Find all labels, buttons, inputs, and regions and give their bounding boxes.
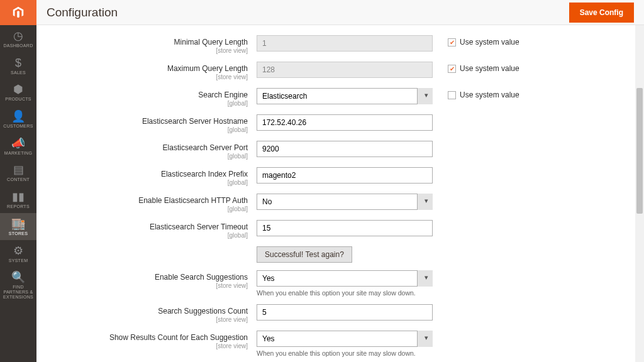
scope-hint: [store view] bbox=[55, 343, 248, 349]
sugg-enable-select[interactable]: Yes bbox=[257, 270, 433, 287]
megaphone-icon: 📣 bbox=[11, 138, 25, 149]
use-system-checkbox[interactable]: ✔ bbox=[448, 38, 456, 47]
save-config-button[interactable]: Save Config bbox=[569, 3, 634, 23]
label-max-query: Maximum Query Length bbox=[167, 64, 248, 73]
sidebar-item-customers[interactable]: 👤CUSTOMERS bbox=[0, 106, 36, 133]
use-system-checkbox[interactable] bbox=[448, 91, 456, 99]
sidebar-item-sales[interactable]: $SALES bbox=[0, 52, 36, 79]
es-prefix-input[interactable] bbox=[257, 167, 433, 184]
max-query-input bbox=[257, 62, 433, 78]
page-title: Configuration bbox=[47, 6, 118, 19]
es-hostname-input[interactable] bbox=[257, 114, 433, 131]
search-partners-icon: 🔍 bbox=[11, 272, 25, 283]
sidebar-item-find-partners[interactable]: 🔍FIND PARTNERS & EXTENSIONS bbox=[0, 266, 36, 303]
label-es-prefix: Elasticsearch Index Prefix bbox=[161, 170, 248, 178]
scope-hint: [global] bbox=[55, 206, 248, 212]
label-es-httpauth: Enable Elasticsearch HTTP Auth bbox=[138, 196, 248, 205]
config-form: Minimal Query Length[store view] ✔Use sy… bbox=[36, 25, 644, 362]
sugg-results-select[interactable]: Yes bbox=[257, 331, 433, 347]
scope-hint: [store view] bbox=[55, 74, 248, 80]
scope-hint: [global] bbox=[55, 100, 248, 107]
label-sugg-results: Show Results Count for Each Suggestion bbox=[109, 333, 248, 342]
scope-hint: [store view] bbox=[55, 282, 248, 289]
vertical-scrollbar[interactable] bbox=[635, 25, 644, 362]
search-engine-select[interactable]: Elasticsearch bbox=[257, 88, 433, 104]
sidebar-item-content[interactable]: ▤CONTENT bbox=[0, 159, 36, 186]
label-es-port: Elasticsearch Server Port bbox=[163, 143, 248, 152]
sidebar-item-dashboard[interactable]: ◷DASHBOARD bbox=[0, 25, 36, 52]
label-es-timeout: Elasticsearch Server Timeout bbox=[150, 222, 248, 231]
sidebar-item-products[interactable]: ⬢PRODUCTS bbox=[0, 79, 36, 106]
scope-hint: [store view] bbox=[55, 47, 248, 54]
magento-logo[interactable] bbox=[0, 0, 36, 25]
field-note: When you enable this option your site ma… bbox=[257, 289, 433, 297]
gear-icon: ⚙ bbox=[13, 245, 23, 256]
sidebar-item-stores[interactable]: 🏬STORES bbox=[0, 213, 36, 240]
use-system-label[interactable]: Use system value bbox=[460, 38, 519, 47]
person-icon: 👤 bbox=[11, 111, 25, 122]
use-system-label[interactable]: Use system value bbox=[460, 64, 519, 73]
bars-icon: ▮▮ bbox=[12, 191, 25, 202]
use-system-label[interactable]: Use system value bbox=[460, 90, 519, 99]
label-sugg-count: Search Suggestions Count bbox=[158, 307, 248, 315]
store-icon: 🏬 bbox=[11, 218, 25, 229]
scope-hint: [global] bbox=[55, 179, 248, 186]
page-header: Configuration Save Config bbox=[36, 0, 644, 25]
field-note: When you enable this option your site ma… bbox=[257, 349, 433, 357]
scrollbar-thumb[interactable] bbox=[636, 88, 643, 214]
sugg-count-input[interactable] bbox=[257, 304, 433, 321]
admin-sidebar: ◷DASHBOARD $SALES ⬢PRODUCTS 👤CUSTOMERS 📣… bbox=[0, 0, 36, 362]
sidebar-item-reports[interactable]: ▮▮REPORTS bbox=[0, 186, 36, 213]
test-connection-button[interactable]: Successful! Test again? bbox=[257, 246, 352, 263]
label-es-hostname: Elasticsearch Server Hostname bbox=[142, 117, 248, 126]
es-timeout-input[interactable] bbox=[257, 220, 433, 236]
min-query-input bbox=[257, 35, 433, 52]
scope-hint: [global] bbox=[55, 126, 248, 133]
sidebar-item-system[interactable]: ⚙SYSTEM bbox=[0, 240, 36, 267]
es-httpauth-select[interactable]: No bbox=[257, 194, 433, 210]
es-port-input[interactable] bbox=[257, 141, 433, 157]
label-search-engine: Search Engine bbox=[198, 90, 248, 99]
gauge-icon: ◷ bbox=[13, 30, 23, 41]
label-sugg-enable: Enable Search Suggestions bbox=[155, 273, 248, 282]
scope-hint: [global] bbox=[55, 153, 248, 160]
scope-hint: [global] bbox=[55, 232, 248, 239]
label-min-query: Minimal Query Length bbox=[174, 38, 248, 47]
scope-hint: [store view] bbox=[55, 316, 248, 323]
layers-icon: ▤ bbox=[13, 164, 24, 175]
dollar-icon: $ bbox=[15, 57, 21, 69]
use-system-checkbox[interactable]: ✔ bbox=[448, 65, 456, 73]
cube-icon: ⬢ bbox=[13, 84, 23, 95]
sidebar-item-marketing[interactable]: 📣MARKETING bbox=[0, 133, 36, 160]
